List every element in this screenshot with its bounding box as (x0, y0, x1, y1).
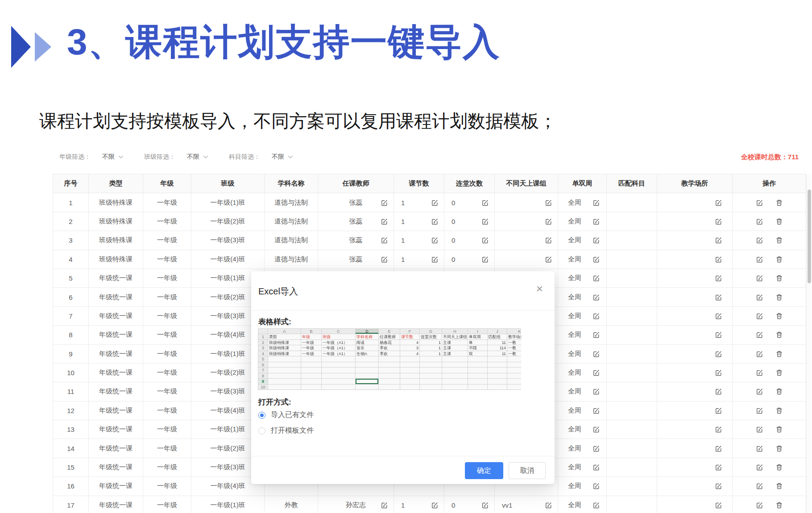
edit-icon[interactable] (715, 331, 722, 339)
edit-icon[interactable] (381, 199, 388, 207)
delete-icon[interactable] (775, 369, 783, 376)
edit-icon[interactable] (756, 501, 763, 509)
edit-icon[interactable] (481, 236, 489, 244)
edit-icon[interactable] (715, 294, 722, 301)
edit-icon[interactable] (481, 199, 489, 207)
edit-icon[interactable] (592, 274, 600, 282)
edit-icon[interactable] (756, 407, 763, 414)
delete-icon[interactable] (775, 199, 783, 207)
edit-icon[interactable] (756, 294, 763, 301)
edit-icon[interactable] (756, 350, 763, 358)
table-scrollbar[interactable] (806, 174, 811, 513)
delete-icon[interactable] (775, 274, 783, 282)
edit-icon[interactable] (381, 256, 388, 263)
edit-icon[interactable] (756, 482, 763, 490)
edit-icon[interactable] (756, 463, 763, 471)
edit-icon[interactable] (545, 501, 552, 509)
edit-icon[interactable] (431, 256, 439, 263)
close-icon[interactable]: × (536, 283, 543, 294)
grade-filter[interactable]: 年级筛选： 不限 (59, 153, 124, 161)
edit-icon[interactable] (715, 312, 722, 320)
scrollbar-thumb[interactable] (808, 190, 811, 283)
delete-icon[interactable] (775, 445, 783, 452)
edit-icon[interactable] (592, 407, 600, 414)
edit-icon[interactable] (592, 388, 600, 395)
edit-icon[interactable] (715, 426, 722, 433)
edit-icon[interactable] (381, 218, 388, 225)
edit-icon[interactable] (715, 350, 722, 358)
delete-icon[interactable] (775, 294, 783, 301)
edit-icon[interactable] (715, 199, 722, 207)
edit-icon[interactable] (756, 312, 763, 320)
edit-icon[interactable] (715, 256, 722, 263)
edit-icon[interactable] (481, 501, 489, 509)
radio-import-existing-file[interactable]: 导入已有文件 (258, 410, 314, 420)
edit-icon[interactable] (756, 199, 763, 207)
delete-icon[interactable] (775, 331, 783, 339)
class-filter[interactable]: 班级筛选： 不限 (144, 153, 208, 161)
delete-icon[interactable] (775, 236, 783, 244)
delete-icon[interactable] (775, 426, 783, 433)
cancel-button[interactable]: 取消 (509, 462, 546, 479)
edit-icon[interactable] (756, 426, 763, 433)
delete-icon[interactable] (775, 256, 783, 263)
edit-icon[interactable] (715, 274, 722, 282)
edit-icon[interactable] (715, 218, 722, 225)
edit-icon[interactable] (592, 218, 600, 225)
edit-icon[interactable] (756, 369, 763, 376)
edit-icon[interactable] (756, 388, 763, 395)
edit-icon[interactable] (715, 501, 722, 509)
delete-icon[interactable] (775, 482, 783, 490)
delete-icon[interactable] (775, 463, 783, 471)
edit-icon[interactable] (756, 445, 763, 452)
edit-icon[interactable] (545, 236, 552, 244)
edit-icon[interactable] (592, 463, 600, 471)
confirm-button[interactable]: 确定 (465, 462, 503, 479)
edit-icon[interactable] (756, 256, 763, 263)
class-filter-value[interactable]: 不限 (187, 153, 199, 161)
edit-icon[interactable] (756, 236, 763, 244)
edit-icon[interactable] (756, 218, 763, 225)
edit-icon[interactable] (715, 482, 722, 490)
edit-icon[interactable] (592, 236, 600, 244)
chevron-down-icon[interactable] (118, 155, 124, 159)
edit-icon[interactable] (381, 501, 388, 509)
delete-icon[interactable] (775, 312, 783, 320)
delete-icon[interactable] (775, 218, 783, 225)
edit-icon[interactable] (431, 236, 439, 244)
edit-icon[interactable] (481, 256, 489, 263)
edit-icon[interactable] (592, 312, 600, 320)
edit-icon[interactable] (592, 426, 600, 433)
chevron-down-icon[interactable] (288, 155, 293, 159)
edit-icon[interactable] (715, 407, 722, 414)
edit-icon[interactable] (545, 256, 552, 263)
delete-icon[interactable] (775, 407, 783, 414)
delete-icon[interactable] (775, 388, 783, 395)
edit-icon[interactable] (715, 236, 722, 244)
edit-icon[interactable] (715, 445, 722, 452)
edit-icon[interactable] (592, 350, 600, 358)
chevron-down-icon[interactable] (203, 155, 208, 159)
edit-icon[interactable] (545, 218, 552, 225)
edit-icon[interactable] (592, 482, 600, 490)
radio-unselected-icon[interactable] (258, 427, 265, 434)
edit-icon[interactable] (715, 463, 722, 471)
edit-icon[interactable] (756, 274, 763, 282)
edit-icon[interactable] (545, 199, 552, 207)
subject-filter-value[interactable]: 不限 (272, 153, 284, 161)
edit-icon[interactable] (715, 369, 722, 376)
edit-icon[interactable] (592, 199, 600, 207)
delete-icon[interactable] (775, 350, 783, 358)
grade-filter-value[interactable]: 不限 (102, 153, 115, 161)
edit-icon[interactable] (481, 218, 489, 225)
edit-icon[interactable] (431, 199, 439, 207)
edit-icon[interactable] (592, 294, 600, 301)
edit-icon[interactable] (592, 501, 600, 509)
radio-open-template-file[interactable]: 打开模板文件 (258, 426, 314, 435)
edit-icon[interactable] (431, 218, 439, 225)
edit-icon[interactable] (431, 501, 439, 509)
edit-icon[interactable] (592, 256, 600, 263)
edit-icon[interactable] (592, 445, 600, 452)
edit-icon[interactable] (756, 331, 763, 339)
edit-icon[interactable] (715, 388, 722, 395)
